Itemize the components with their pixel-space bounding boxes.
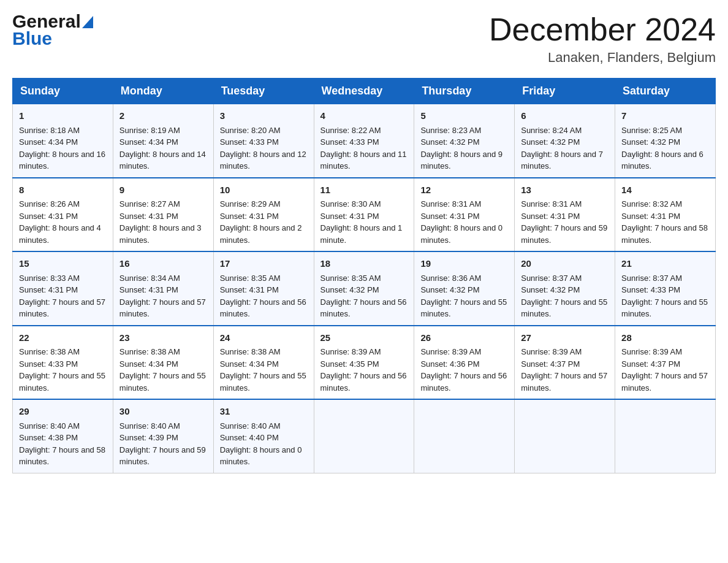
- day-number: 17: [220, 257, 308, 271]
- sunset-label: Sunset: 4:31 PM: [621, 212, 680, 221]
- calendar-cell: 14 Sunrise: 8:32 AM Sunset: 4:31 PM Dayl…: [615, 178, 716, 252]
- calendar-cell: 19 Sunrise: 8:36 AM Sunset: 4:32 PM Dayl…: [414, 251, 515, 326]
- calendar-cell: 1 Sunrise: 8:18 AM Sunset: 4:34 PM Dayli…: [13, 104, 113, 178]
- day-number: 20: [521, 257, 609, 271]
- calendar-cell: 30 Sunrise: 8:40 AM Sunset: 4:39 PM Dayl…: [113, 399, 213, 473]
- sunrise-label: Sunrise: 8:32 AM: [621, 199, 682, 209]
- calendar-cell: 23 Sunrise: 8:38 AM Sunset: 4:34 PM Dayl…: [113, 326, 213, 400]
- sunset-label: Sunset: 4:38 PM: [19, 433, 78, 442]
- sunrise-label: Sunrise: 8:37 AM: [621, 274, 682, 283]
- sunrise-label: Sunrise: 8:18 AM: [19, 126, 80, 135]
- calendar-cell: 9 Sunrise: 8:27 AM Sunset: 4:31 PM Dayli…: [113, 178, 213, 252]
- col-sunday: Sunday: [13, 79, 113, 104]
- day-number: 22: [19, 331, 107, 345]
- sunset-label: Sunset: 4:32 PM: [621, 137, 680, 147]
- day-number: 2: [119, 109, 207, 123]
- sunrise-label: Sunrise: 8:35 AM: [220, 274, 281, 283]
- sunrise-label: Sunrise: 8:37 AM: [521, 274, 582, 283]
- sunset-label: Sunset: 4:31 PM: [420, 212, 479, 221]
- daylight-label: Daylight: 8 hours and 2 minutes.: [220, 223, 302, 245]
- calendar-cell: [414, 399, 515, 473]
- sunset-label: Sunset: 4:31 PM: [19, 212, 78, 221]
- col-friday: Friday: [515, 79, 615, 104]
- day-number: 25: [320, 331, 408, 345]
- calendar-cell: 2 Sunrise: 8:19 AM Sunset: 4:34 PM Dayli…: [113, 104, 213, 178]
- day-number: 1: [19, 109, 107, 123]
- calendar-cell: 6 Sunrise: 8:24 AM Sunset: 4:32 PM Dayli…: [515, 104, 615, 178]
- day-number: 23: [119, 331, 207, 345]
- calendar-table: Sunday Monday Tuesday Wednesday Thursday…: [12, 78, 716, 473]
- daylight-label: Daylight: 8 hours and 16 minutes.: [19, 150, 105, 171]
- daylight-label: Daylight: 7 hours and 59 minutes.: [521, 223, 607, 245]
- day-number: 31: [220, 405, 308, 419]
- calendar-cell: 24 Sunrise: 8:38 AM Sunset: 4:34 PM Dayl…: [213, 326, 314, 400]
- daylight-label: Daylight: 8 hours and 1 minute.: [320, 223, 403, 245]
- sunrise-label: Sunrise: 8:34 AM: [119, 274, 180, 283]
- sunset-label: Sunset: 4:34 PM: [19, 137, 78, 147]
- calendar-cell: 16 Sunrise: 8:34 AM Sunset: 4:31 PM Dayl…: [113, 251, 213, 326]
- calendar-cell: 22 Sunrise: 8:38 AM Sunset: 4:33 PM Dayl…: [13, 326, 113, 400]
- sunrise-label: Sunrise: 8:20 AM: [220, 126, 281, 135]
- day-number: 21: [621, 257, 709, 271]
- daylight-label: Daylight: 8 hours and 0 minutes.: [220, 445, 302, 467]
- sunset-label: Sunset: 4:31 PM: [119, 212, 178, 221]
- day-number: 16: [119, 257, 207, 271]
- daylight-label: Daylight: 7 hours and 55 minutes.: [621, 297, 708, 319]
- daylight-label: Daylight: 8 hours and 6 minutes.: [621, 150, 703, 171]
- sunrise-label: Sunrise: 8:40 AM: [119, 421, 180, 431]
- calendar-cell: 11 Sunrise: 8:30 AM Sunset: 4:31 PM Dayl…: [314, 178, 414, 252]
- calendar-cell: 7 Sunrise: 8:25 AM Sunset: 4:32 PM Dayli…: [615, 104, 716, 178]
- table-row: 22 Sunrise: 8:38 AM Sunset: 4:33 PM Dayl…: [13, 326, 716, 400]
- sunrise-label: Sunrise: 8:35 AM: [320, 274, 381, 283]
- logo-triangle-icon: [82, 16, 93, 30]
- daylight-label: Daylight: 7 hours and 57 minutes.: [119, 297, 206, 319]
- calendar-cell: 15 Sunrise: 8:33 AM Sunset: 4:31 PM Dayl…: [13, 251, 113, 326]
- sunrise-label: Sunrise: 8:40 AM: [220, 421, 281, 431]
- calendar-cell: 4 Sunrise: 8:22 AM Sunset: 4:33 PM Dayli…: [314, 104, 414, 178]
- sunset-label: Sunset: 4:32 PM: [320, 285, 379, 294]
- calendar-cell: 25 Sunrise: 8:39 AM Sunset: 4:35 PM Dayl…: [314, 326, 414, 400]
- calendar-cell: 26 Sunrise: 8:39 AM Sunset: 4:36 PM Dayl…: [414, 326, 515, 400]
- sunrise-label: Sunrise: 8:19 AM: [119, 126, 180, 135]
- day-number: 6: [521, 109, 609, 123]
- daylight-label: Daylight: 7 hours and 56 minutes.: [320, 297, 407, 319]
- calendar-cell: 28 Sunrise: 8:39 AM Sunset: 4:37 PM Dayl…: [615, 326, 716, 400]
- sunrise-label: Sunrise: 8:29 AM: [220, 199, 281, 209]
- table-row: 29 Sunrise: 8:40 AM Sunset: 4:38 PM Dayl…: [13, 399, 716, 473]
- sunset-label: Sunset: 4:32 PM: [420, 285, 479, 294]
- daylight-label: Daylight: 8 hours and 4 minutes.: [19, 223, 101, 245]
- day-number: 19: [420, 257, 508, 271]
- daylight-label: Daylight: 7 hours and 56 minutes.: [420, 371, 507, 393]
- sunset-label: Sunset: 4:31 PM: [220, 285, 279, 294]
- col-wednesday: Wednesday: [314, 79, 414, 104]
- calendar-cell: 20 Sunrise: 8:37 AM Sunset: 4:32 PM Dayl…: [515, 251, 615, 326]
- header-row: Sunday Monday Tuesday Wednesday Thursday…: [13, 79, 716, 104]
- sunrise-label: Sunrise: 8:38 AM: [119, 347, 180, 356]
- daylight-label: Daylight: 7 hours and 57 minutes.: [19, 297, 105, 319]
- sunset-label: Sunset: 4:32 PM: [420, 137, 479, 147]
- calendar-cell: 10 Sunrise: 8:29 AM Sunset: 4:31 PM Dayl…: [213, 178, 314, 252]
- day-number: 9: [119, 183, 207, 197]
- day-number: 13: [521, 183, 609, 197]
- day-number: 29: [19, 405, 107, 419]
- sunrise-label: Sunrise: 8:30 AM: [320, 199, 381, 209]
- calendar-cell: 13 Sunrise: 8:31 AM Sunset: 4:31 PM Dayl…: [515, 178, 615, 252]
- sunrise-label: Sunrise: 8:39 AM: [320, 347, 381, 356]
- sunrise-label: Sunrise: 8:31 AM: [521, 199, 582, 209]
- daylight-label: Daylight: 8 hours and 12 minutes.: [220, 150, 306, 171]
- daylight-label: Daylight: 8 hours and 14 minutes.: [119, 150, 206, 171]
- page-header: General Blue December 2024 Lanaken, Flan…: [12, 12, 716, 66]
- calendar-cell: [314, 399, 414, 473]
- daylight-label: Daylight: 7 hours and 57 minutes.: [621, 371, 708, 393]
- sunset-label: Sunset: 4:31 PM: [119, 285, 178, 294]
- daylight-label: Daylight: 7 hours and 58 minutes.: [621, 223, 708, 245]
- day-number: 11: [320, 183, 408, 197]
- sunset-label: Sunset: 4:34 PM: [220, 359, 279, 369]
- sunset-label: Sunset: 4:33 PM: [621, 285, 680, 294]
- day-number: 8: [19, 183, 107, 197]
- daylight-label: Daylight: 8 hours and 0 minutes.: [420, 223, 502, 245]
- calendar-cell: 8 Sunrise: 8:26 AM Sunset: 4:31 PM Dayli…: [13, 178, 113, 252]
- col-thursday: Thursday: [414, 79, 515, 104]
- location: Lanaken, Flanders, Belgium: [489, 50, 716, 66]
- sunrise-label: Sunrise: 8:27 AM: [119, 199, 180, 209]
